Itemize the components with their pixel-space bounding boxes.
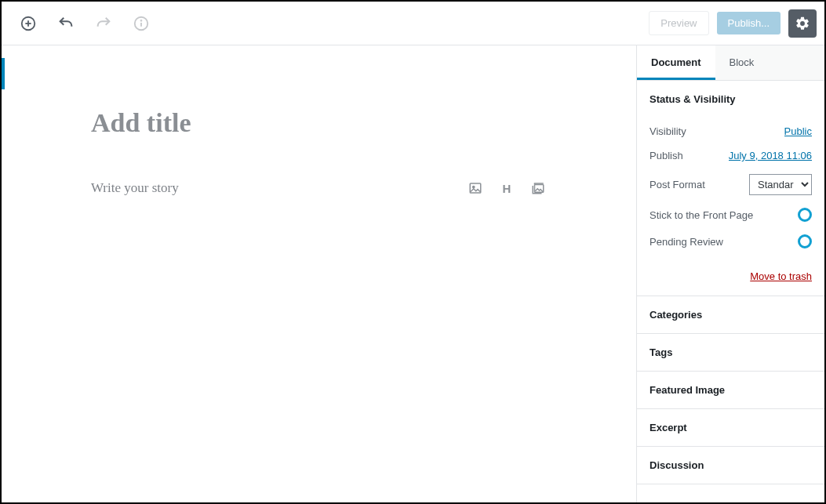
publish-label: Publish <box>650 150 683 161</box>
visibility-label: Visibility <box>650 125 686 137</box>
svg-point-5 <box>141 20 142 20</box>
row-publish: Publish July 9, 2018 11:06 <box>650 143 812 168</box>
add-block-button[interactable] <box>14 9 42 38</box>
info-button[interactable] <box>127 9 155 38</box>
svg-point-7 <box>473 186 475 187</box>
sidebar-panels: Status & Visibility Visibility Public Pu… <box>637 81 824 502</box>
pending-review-label: Pending Review <box>650 236 723 248</box>
top-toolbar: Preview Publish... <box>2 2 824 45</box>
preview-button[interactable]: Preview <box>649 11 708 35</box>
editor-canvas: H <box>2 45 636 502</box>
panel-featured-image[interactable]: Featured Image <box>637 372 824 409</box>
tab-document[interactable]: Document <box>637 45 715 80</box>
sidebar-tabs: Document Block <box>637 45 824 81</box>
post-format-select[interactable]: Standard <box>749 174 812 195</box>
publish-date-link[interactable]: July 9, 2018 11:06 <box>729 150 812 161</box>
toolbar-right-group: Preview Publish... <box>649 9 817 38</box>
move-to-trash-link[interactable]: Move to trash <box>750 270 812 282</box>
panel-excerpt[interactable]: Excerpt <box>637 409 824 447</box>
settings-toggle-button[interactable] <box>788 9 817 38</box>
block-shortcuts: H <box>468 180 546 196</box>
post-title-input[interactable] <box>91 108 530 138</box>
row-post-format: Post Format Standard <box>650 168 812 201</box>
row-pending-review: Pending Review <box>650 228 812 255</box>
panel-status-visibility: Status & Visibility Visibility Public Pu… <box>637 81 824 296</box>
panel-heading-status: Status & Visibility <box>650 93 812 105</box>
gear-icon <box>795 16 810 31</box>
heading-block-icon[interactable]: H <box>499 180 515 196</box>
redo-button[interactable] <box>89 9 118 38</box>
main-area: H Document Block Status & Visibility Vis… <box>2 45 824 502</box>
body-row: H <box>91 180 546 196</box>
pending-review-toggle[interactable] <box>798 234 812 248</box>
row-stick-front: Stick to the Front Page <box>650 201 812 228</box>
stick-front-label: Stick to the Front Page <box>650 209 753 221</box>
panel-tags[interactable]: Tags <box>637 334 824 372</box>
visibility-value-link[interactable]: Public <box>784 125 812 137</box>
stick-front-toggle[interactable] <box>798 208 812 222</box>
publish-button[interactable]: Publish... <box>717 12 781 34</box>
panel-discussion[interactable]: Discussion <box>637 447 824 484</box>
gallery-block-icon[interactable] <box>530 180 546 196</box>
toolbar-left-group <box>14 9 155 38</box>
image-block-icon[interactable] <box>468 180 483 196</box>
post-format-label: Post Format <box>650 179 705 190</box>
undo-button[interactable] <box>52 9 80 38</box>
tab-block[interactable]: Block <box>715 45 769 80</box>
settings-sidebar: Document Block Status & Visibility Visib… <box>636 45 824 502</box>
row-trash: Move to trash <box>650 255 812 283</box>
post-body-input[interactable] <box>91 180 468 196</box>
panel-categories[interactable]: Categories <box>637 296 824 334</box>
row-visibility: Visibility Public <box>650 119 812 143</box>
